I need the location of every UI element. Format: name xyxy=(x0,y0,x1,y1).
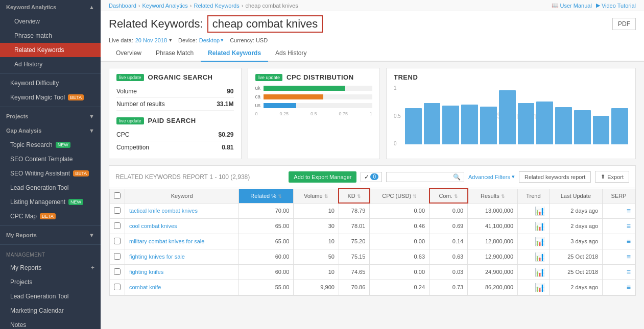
breadcrumb-dashboard[interactable]: Dashboard xyxy=(109,3,136,9)
th-results[interactable]: Results ⇅ xyxy=(468,189,518,203)
keyword-cell[interactable]: cool combat knives xyxy=(125,218,239,234)
sidebar-item-keyword-magic-tool[interactable]: Keyword Magic Tool BETA xyxy=(0,90,101,105)
th-keyword[interactable]: Keyword xyxy=(125,189,239,203)
keyword-link[interactable]: military combat knives for sale xyxy=(129,238,204,244)
sidebar-item-lead-gen-mgmt[interactable]: Lead Generation Tool xyxy=(0,289,101,303)
my-reports-section[interactable]: My Reports ▼ xyxy=(0,228,101,242)
serp-icon[interactable]: ≡ xyxy=(627,237,631,245)
select-all-checkbox[interactable] xyxy=(114,192,121,199)
sidebar-item-topic-research[interactable]: Topic Research NEW xyxy=(0,138,101,152)
serp-icon[interactable]: ≡ xyxy=(627,207,631,215)
sidebar-item-keyword-difficulty[interactable]: Keyword Difficulty xyxy=(0,76,101,90)
keyword-cell[interactable]: fighting knives for sale xyxy=(125,249,239,264)
th-trend: Trend xyxy=(518,189,550,203)
date-link[interactable]: 20 Nov 2018 xyxy=(135,37,167,43)
keyword-link[interactable]: combat knife xyxy=(129,284,161,290)
serp-icon[interactable]: ≡ xyxy=(627,283,631,291)
sidebar-item-seo-writing[interactable]: SEO Writing Assistant BETA xyxy=(0,166,101,181)
tab-overview[interactable]: Overview xyxy=(109,45,149,62)
chevron-down-icon: ▼ xyxy=(89,113,94,119)
management-section: MANAGEMENT My Reports + Projects Lead Ge… xyxy=(0,249,101,329)
kd-cell: 75.20 xyxy=(339,234,369,249)
trend-bar-7 xyxy=(518,103,535,144)
row-checkbox[interactable] xyxy=(114,253,121,260)
add-icon[interactable]: + xyxy=(91,264,94,271)
report-btn[interactable]: Related keywords report xyxy=(519,171,591,183)
com-cell: 0.69 xyxy=(430,218,468,234)
search-input[interactable] xyxy=(390,174,451,180)
row-checkbox[interactable] xyxy=(114,207,121,214)
video-tutorial-link[interactable]: ▶ Video Tutorial xyxy=(596,2,636,9)
keyword-link[interactable]: fighting knives for sale xyxy=(129,254,185,260)
com-cell: 0.63 xyxy=(430,249,468,264)
keyword-cell[interactable]: military combat knives for sale xyxy=(125,234,239,249)
keyword-link[interactable]: tactical knife combat knives xyxy=(129,208,198,214)
uk-bar xyxy=(264,86,345,91)
keyword-link[interactable]: fighting knifes xyxy=(129,269,163,275)
us-bar xyxy=(264,103,296,108)
pdf-button[interactable]: PDF xyxy=(612,18,636,30)
breadcrumb-related-keywords[interactable]: Related Keywords xyxy=(194,3,239,9)
gap-analysis-section[interactable]: Gap Analysis ▼ xyxy=(0,123,101,138)
th-com[interactable]: Com. ⇅ xyxy=(430,189,468,203)
sidebar-item-listing-mgmt[interactable]: Listing Management NEW xyxy=(0,195,101,209)
divider xyxy=(0,244,101,245)
breadcrumb: Dashboard › Keyword Analytics › Related … xyxy=(101,0,644,11)
search-box[interactable]: 🔍 xyxy=(386,172,464,182)
export-btn[interactable]: ⬆ Export xyxy=(595,171,629,183)
keyword-cell[interactable]: fighting knifes xyxy=(125,264,239,280)
sidebar-item-phrase-match[interactable]: Phrase match xyxy=(0,29,101,43)
table-row: tactical knife combat knives 70.00 10 78… xyxy=(110,203,635,218)
device-dropdown[interactable]: Desktop ▾ xyxy=(199,37,224,43)
serp-icon[interactable]: ≡ xyxy=(627,252,631,261)
add-export-btn[interactable]: Add to Export Manager xyxy=(289,171,356,183)
keyword-cell[interactable]: tactical knife combat knives xyxy=(125,203,239,218)
sidebar-item-projects[interactable]: Projects xyxy=(0,275,101,289)
user-manual-link[interactable]: 📖 User Manual xyxy=(552,2,592,9)
row-checkbox[interactable] xyxy=(114,268,121,275)
tab-phrase-match[interactable]: Phrase Match xyxy=(149,45,201,62)
my-reports-label: My Reports xyxy=(6,232,37,238)
sidebar-item-cpc-map[interactable]: CPC Map BETA xyxy=(0,209,101,223)
main-content: Dashboard › Keyword Analytics › Related … xyxy=(101,0,644,329)
keyword-analytics-section[interactable]: Keyword Analytics ▲ xyxy=(0,0,101,14)
volume-cell: 30 xyxy=(294,218,339,234)
sidebar-item-label: Phrase match xyxy=(14,32,52,39)
results-row: Number of results 33.1M xyxy=(116,98,234,111)
serp-icon[interactable]: ≡ xyxy=(627,268,631,276)
sidebar-item-label: Lead Generation Tool xyxy=(10,293,69,300)
th-related[interactable]: Related % ⇅ xyxy=(239,189,294,203)
kd-cell: 70.86 xyxy=(339,280,369,295)
sidebar-item-marketing-cal[interactable]: Marketing Calendar xyxy=(0,303,101,318)
keyword-link[interactable]: cool combat knives xyxy=(129,223,177,229)
lastupdate-cell: 2 days ago xyxy=(549,203,603,218)
sidebar-item-overview[interactable]: Overview xyxy=(0,14,101,29)
tab-related-keywords[interactable]: Related Keywords xyxy=(201,45,268,62)
sidebar-item-lead-gen[interactable]: Lead Generation Tool xyxy=(0,181,101,195)
lastupdate-cell: 2 days ago xyxy=(549,218,603,234)
sidebar-item-my-reports[interactable]: My Reports + xyxy=(0,261,101,275)
sidebar-item-ad-history[interactable]: Ad History xyxy=(0,57,101,71)
row-checkbox[interactable] xyxy=(114,284,121,290)
th-kd[interactable]: KD ⇅ xyxy=(339,189,369,203)
advanced-filters-btn[interactable]: Advanced Filters ▾ xyxy=(468,173,515,180)
sidebar-item-related-keywords[interactable]: Related Keywords xyxy=(0,43,101,57)
cpc-dist-title: CPC DISTRIBUTION xyxy=(287,73,354,81)
keyword-cell[interactable]: combat knife xyxy=(125,280,239,295)
sidebar-item-notes[interactable]: Notes xyxy=(0,318,101,329)
th-volume[interactable]: Volume ⇅ xyxy=(294,189,339,203)
sidebar-item-seo-content[interactable]: SEO Content Template xyxy=(0,152,101,166)
breadcrumb-keyword-analytics[interactable]: Keyword Analytics xyxy=(142,3,188,9)
th-cpc[interactable]: CPC (USD) ⇅ xyxy=(370,189,430,203)
row-checkbox[interactable] xyxy=(114,238,121,244)
related-cell: 65.00 xyxy=(239,234,294,249)
projects-section[interactable]: Projects ▼ xyxy=(0,109,101,123)
serp-icon[interactable]: ≡ xyxy=(627,222,631,230)
tab-ads-history[interactable]: Ads History xyxy=(268,45,314,62)
trend-mini-chart: 📊 xyxy=(535,252,545,261)
trend-bar-6 xyxy=(499,90,516,144)
trend-header: TREND xyxy=(394,73,628,81)
row-checkbox[interactable] xyxy=(114,222,121,229)
trend-mini-chart: 📊 xyxy=(535,268,545,276)
cpc-row: CPC $0.29 xyxy=(116,129,234,141)
